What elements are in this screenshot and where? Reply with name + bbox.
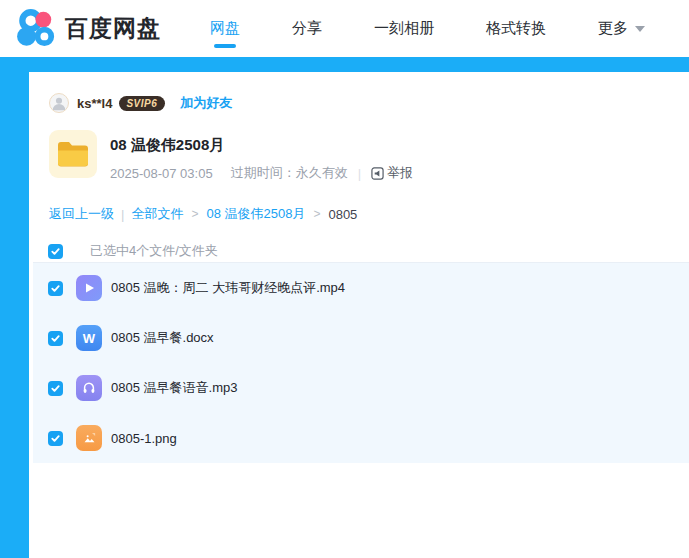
baidu-netdisk-share-page: 百度网盘 网盘 分享 一刻相册 格式转换 更多 xyxy=(0,0,689,558)
word-letter-glyph: W xyxy=(83,331,95,346)
file-checkbox[interactable] xyxy=(48,281,63,296)
report-label: 举报 xyxy=(387,164,413,182)
checkmark-icon xyxy=(50,433,61,444)
word-file-icon: W xyxy=(76,325,102,351)
nav-tab-label: 网盘 xyxy=(210,19,240,38)
select-all-checkbox[interactable] xyxy=(48,244,63,259)
add-friend-link[interactable]: 加为好友 xyxy=(180,94,232,112)
breadcrumb-all-files-link[interactable]: 全部文件 xyxy=(131,205,183,223)
breadcrumb-pipe-separator: | xyxy=(121,207,124,222)
svip-badge: SVIP6 xyxy=(119,96,165,111)
selection-header-row: 已选中4个文件/文件夹 xyxy=(33,240,689,263)
left-blue-strip xyxy=(0,57,29,558)
checkmark-icon xyxy=(50,283,61,294)
avatar xyxy=(49,93,69,113)
nav-tab-label: 一刻相册 xyxy=(374,19,434,38)
breadcrumb-separator: > xyxy=(191,207,198,221)
file-row-image[interactable]: 0805-1.png xyxy=(33,413,689,463)
report-link[interactable]: 举报 xyxy=(371,164,413,182)
sharer-username: ks**l4 xyxy=(77,96,112,111)
image-mountains-icon xyxy=(82,431,97,446)
file-name[interactable]: 0805 温早餐.docx xyxy=(111,329,214,347)
nav-tab-label: 格式转换 xyxy=(486,19,546,38)
nav-tab-label: 更多 xyxy=(598,19,628,38)
image-file-icon xyxy=(76,425,102,451)
main-nav: 网盘 分享 一刻相册 格式转换 更多 xyxy=(210,0,645,57)
brand[interactable]: 百度网盘 xyxy=(14,7,161,49)
file-checkbox[interactable] xyxy=(48,331,63,346)
file-name[interactable]: 0805 温晚：周二 大玮哥财经晚点评.mp4 xyxy=(111,279,345,297)
checkmark-icon xyxy=(50,333,61,344)
baidu-pan-logo-icon xyxy=(14,7,58,49)
folder-thumbnail xyxy=(49,130,97,178)
audio-file-icon xyxy=(76,375,102,401)
sharer-row: ks**l4 SVIP6 加为好友 xyxy=(49,93,232,113)
share-time: 2025-08-07 03:05 xyxy=(110,166,213,181)
breadcrumb-back-link[interactable]: 返回上一级 xyxy=(49,205,114,223)
brand-name: 百度网盘 xyxy=(65,13,161,44)
folder-icon xyxy=(56,140,90,169)
meta-divider: | xyxy=(358,166,361,181)
breadcrumb-separator: > xyxy=(313,207,320,221)
share-folder-info: 08 温俊伟2508月 2025-08-07 03:05 过期时间：永久有效 |… xyxy=(49,130,413,182)
share-folder-text: 08 温俊伟2508月 2025-08-07 03:05 过期时间：永久有效 |… xyxy=(110,130,413,182)
share-title: 08 温俊伟2508月 xyxy=(110,136,413,155)
file-list: 0805 温晚：周二 大玮哥财经晚点评.mp4 W 0805 温早餐.docx xyxy=(33,263,689,463)
nav-tab-format-convert[interactable]: 格式转换 xyxy=(486,0,546,57)
top-header: 百度网盘 网盘 分享 一刻相册 格式转换 更多 xyxy=(0,0,689,57)
report-icon xyxy=(371,167,384,180)
breadcrumb-folder-link[interactable]: 08 温俊伟2508月 xyxy=(206,205,305,223)
file-checkbox[interactable] xyxy=(48,381,63,396)
headphones-icon xyxy=(82,381,96,395)
video-file-icon xyxy=(76,275,102,301)
file-name[interactable]: 0805-1.png xyxy=(111,431,177,446)
nav-tab-netdisk[interactable]: 网盘 xyxy=(210,0,240,57)
play-icon xyxy=(83,282,95,294)
blue-banner-bar xyxy=(0,57,689,72)
file-checkbox[interactable] xyxy=(48,431,63,446)
selection-summary: 已选中4个文件/文件夹 xyxy=(90,242,218,260)
share-content-card: ks**l4 SVIP6 加为好友 08 温俊伟2508月 2025-08-07… xyxy=(33,72,689,558)
checkmark-icon xyxy=(50,383,61,394)
file-row-audio[interactable]: 0805 温早餐语音.mp3 xyxy=(33,363,689,413)
chevron-down-icon xyxy=(635,26,645,32)
expire-text: 过期时间：永久有效 xyxy=(231,164,348,182)
file-row-video[interactable]: 0805 温晚：周二 大玮哥财经晚点评.mp4 xyxy=(33,263,689,313)
checkmark-icon xyxy=(50,246,61,257)
file-row-word[interactable]: W 0805 温早餐.docx xyxy=(33,313,689,363)
active-tab-underline xyxy=(214,44,236,48)
nav-tab-more[interactable]: 更多 xyxy=(598,0,645,57)
nav-tab-label: 分享 xyxy=(292,19,322,38)
person-icon xyxy=(50,93,68,113)
nav-tab-share[interactable]: 分享 xyxy=(292,0,322,57)
share-meta: 2025-08-07 03:05 过期时间：永久有效 | 举报 xyxy=(110,164,413,182)
breadcrumb-current: 0805 xyxy=(328,207,357,222)
file-name[interactable]: 0805 温早餐语音.mp3 xyxy=(111,379,237,397)
breadcrumb: 返回上一级 | 全部文件 > 08 温俊伟2508月 > 0805 xyxy=(49,205,357,223)
nav-tab-moment-album[interactable]: 一刻相册 xyxy=(374,0,434,57)
